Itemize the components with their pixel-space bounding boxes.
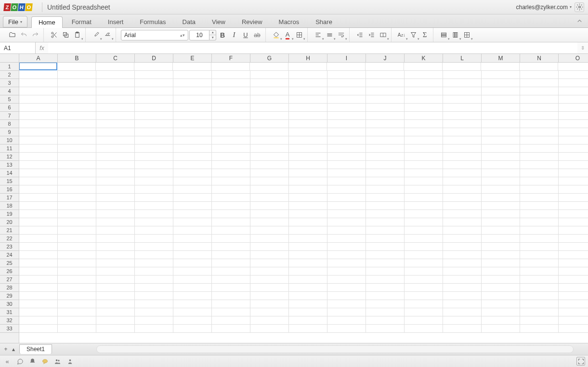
cell-A26[interactable] [19, 267, 58, 275]
cell-I24[interactable] [327, 251, 366, 259]
cell-N2[interactable] [520, 71, 559, 79]
cell-B9[interactable] [58, 128, 96, 136]
cell-K33[interactable] [405, 325, 443, 333]
cell-J3[interactable] [366, 79, 405, 87]
row-header-22[interactable]: 22 [0, 235, 19, 243]
notifications-button[interactable] [28, 357, 37, 366]
cell-J12[interactable] [366, 153, 405, 161]
cell-reference-box[interactable]: A1 [0, 42, 36, 53]
cell-E24[interactable] [173, 251, 212, 259]
cell-J26[interactable] [366, 267, 405, 275]
cell-D23[interactable] [135, 243, 173, 251]
cell-N19[interactable] [520, 210, 559, 218]
cell-O11[interactable] [559, 144, 588, 153]
column-header-H[interactable]: H [289, 54, 327, 62]
cell-O7[interactable] [559, 112, 588, 120]
cell-F12[interactable] [212, 153, 250, 161]
cell-L17[interactable] [443, 194, 482, 202]
column-header-J[interactable]: J [366, 54, 405, 62]
cell-M12[interactable] [482, 153, 520, 161]
cell-F23[interactable] [212, 243, 250, 251]
cell-C26[interactable] [96, 267, 135, 275]
cell-M6[interactable] [482, 104, 520, 112]
cell-J9[interactable] [366, 128, 405, 136]
cell-G26[interactable] [250, 267, 289, 275]
user-menu[interactable]: charles@zylker.com ▾ [516, 4, 572, 11]
cell-A31[interactable] [19, 308, 58, 316]
cell-M30[interactable] [482, 300, 520, 308]
cell-K18[interactable] [405, 202, 443, 210]
cell-E1[interactable] [173, 63, 211, 71]
cell-A18[interactable] [19, 202, 58, 210]
row-header-17[interactable]: 17 [0, 194, 19, 202]
column-header-N[interactable]: N [520, 54, 559, 62]
cell-H32[interactable] [289, 316, 327, 325]
cell-A17[interactable] [19, 194, 58, 202]
add-sheet-button[interactable]: + [2, 345, 10, 353]
cell-J28[interactable] [366, 284, 405, 292]
cell-M18[interactable] [482, 202, 520, 210]
cell-G14[interactable] [250, 169, 289, 177]
column-header-D[interactable]: D [135, 54, 173, 62]
collaborators-button[interactable] [53, 357, 62, 366]
cell-K21[interactable] [405, 226, 443, 235]
fullscreen-button[interactable] [576, 357, 585, 366]
italic-button[interactable]: I [229, 30, 239, 40]
column-header-A[interactable]: A [19, 54, 58, 62]
row-header-8[interactable]: 8 [0, 120, 19, 128]
cell-D19[interactable] [135, 210, 173, 218]
cell-D15[interactable] [135, 177, 173, 185]
cell-J31[interactable] [366, 308, 405, 316]
cell-N28[interactable] [520, 284, 559, 292]
cell-E19[interactable] [173, 210, 212, 218]
cell-I5[interactable] [327, 95, 366, 104]
cell-O32[interactable] [559, 316, 588, 325]
tab-macros[interactable]: Macros [272, 16, 307, 27]
cell-D10[interactable] [135, 136, 173, 144]
cell-N10[interactable] [520, 136, 559, 144]
cell-A3[interactable] [19, 79, 58, 87]
column-header-B[interactable]: B [58, 54, 96, 62]
cell-I32[interactable] [327, 316, 366, 325]
cell-G21[interactable] [250, 226, 289, 235]
cell-G7[interactable] [250, 112, 289, 120]
cell-O29[interactable] [559, 292, 588, 300]
cell-C13[interactable] [96, 161, 135, 169]
cell-H25[interactable] [289, 259, 327, 267]
tab-data[interactable]: Data [175, 16, 203, 27]
autosum-button[interactable]: Σ [419, 30, 430, 40]
cell-O17[interactable] [559, 194, 588, 202]
cell-H3[interactable] [289, 79, 327, 87]
user-presence-button[interactable] [65, 357, 74, 366]
cell-O4[interactable] [559, 87, 588, 95]
cell-M8[interactable] [482, 120, 520, 128]
cell-F19[interactable] [212, 210, 250, 218]
cell-G22[interactable] [250, 235, 289, 243]
cell-K6[interactable] [405, 104, 443, 112]
row-header-2[interactable]: 2 [0, 71, 19, 79]
cell-C22[interactable] [96, 235, 135, 243]
align-v-button[interactable] [324, 30, 335, 40]
cell-G30[interactable] [250, 300, 289, 308]
cell-I11[interactable] [327, 144, 366, 153]
cell-F27[interactable] [212, 275, 250, 284]
cell-O6[interactable] [559, 104, 588, 112]
cell-D24[interactable] [135, 251, 173, 259]
cell-C14[interactable] [96, 169, 135, 177]
cell-I22[interactable] [327, 235, 366, 243]
cell-A27[interactable] [19, 275, 58, 284]
cell-L1[interactable] [443, 63, 481, 71]
row-header-33[interactable]: 33 [0, 325, 19, 333]
cell-E25[interactable] [173, 259, 212, 267]
tab-view[interactable]: View [205, 16, 233, 27]
document-title[interactable]: Untitled Spreadsheet [47, 3, 110, 11]
cell-A32[interactable] [19, 316, 58, 325]
cell-L16[interactable] [443, 185, 482, 194]
cell-O18[interactable] [559, 202, 588, 210]
cell-K8[interactable] [405, 120, 443, 128]
cell-B1[interactable] [57, 63, 96, 71]
cell-L2[interactable] [443, 71, 482, 79]
cell-B24[interactable] [58, 251, 96, 259]
row-header-30[interactable]: 30 [0, 300, 19, 308]
cell-B7[interactable] [58, 112, 96, 120]
